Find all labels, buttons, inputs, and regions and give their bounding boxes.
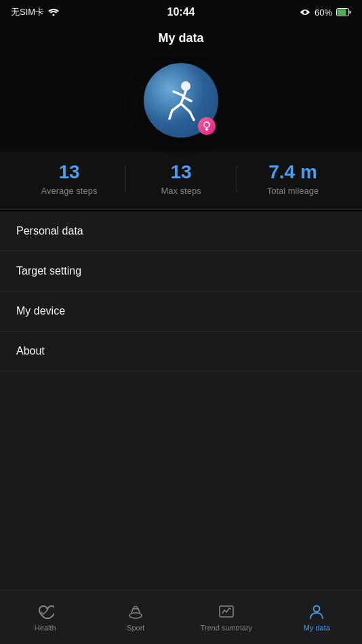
svg-line-10 — [190, 112, 194, 120]
sport-icon — [127, 603, 144, 621]
menu-item-personal-data[interactable]: Personal data — [0, 212, 362, 251]
nav-item-trend-summary[interactable]: Trend summary — [181, 598, 272, 637]
battery-icon — [336, 8, 351, 16]
menu-item-my-device-label: My device — [16, 305, 65, 317]
person-icon — [308, 603, 325, 621]
svg-rect-2 — [338, 9, 346, 16]
menu-item-target-setting-label: Target setting — [16, 265, 81, 277]
nav-label-health: Health — [35, 624, 56, 632]
battery-percent: 60% — [315, 7, 332, 18]
menu-item-personal-data-label: Personal data — [16, 225, 83, 237]
stat-max-steps-label: Max steps — [125, 186, 237, 196]
svg-line-7 — [172, 104, 181, 110]
status-battery-area: 60% — [300, 7, 351, 18]
stat-max-steps-value: 13 — [125, 162, 237, 183]
eye-icon — [300, 8, 310, 16]
main-content: 13 Average steps 13 Max steps 7.4 m Tota… — [0, 56, 362, 622]
nav-item-my-data[interactable]: My data — [272, 598, 363, 637]
nav-label-my-data: My data — [304, 624, 330, 632]
stat-total-mileage-value: 7.4 m — [237, 162, 348, 183]
svg-line-9 — [181, 104, 190, 112]
avatar-gender-badge — [198, 117, 216, 135]
page-title: My data — [158, 31, 203, 45]
svg-point-16 — [314, 605, 320, 611]
stat-total-mileage: 7.4 m Total mileage — [237, 162, 348, 196]
svg-point-0 — [53, 14, 55, 16]
nav-item-sport[interactable]: Sport — [91, 598, 182, 637]
nav-label-sport: Sport — [127, 624, 144, 632]
menu-section: Personal data Target setting My device A… — [0, 212, 362, 371]
svg-line-5 — [174, 92, 183, 96]
svg-line-8 — [169, 110, 172, 119]
stats-section: 13 Average steps 13 Max steps 7.4 m Tota… — [0, 151, 362, 210]
avatar-section — [0, 56, 362, 151]
avatar — [144, 63, 218, 138]
svg-line-6 — [183, 97, 191, 101]
svg-point-14 — [129, 613, 142, 618]
menu-item-about-label: About — [16, 345, 45, 357]
heart-icon — [37, 603, 54, 621]
stat-average-steps: 13 Average steps — [14, 162, 125, 196]
wifi-icon — [48, 8, 59, 16]
stat-max-steps: 13 Max steps — [125, 162, 237, 196]
carrier-text: 无SIM卡 — [11, 6, 44, 18]
nav-label-trend-summary: Trend summary — [200, 624, 252, 632]
status-time: 10:44 — [167, 6, 195, 18]
menu-item-about[interactable]: About — [0, 331, 362, 371]
svg-point-11 — [204, 122, 209, 127]
stat-average-steps-value: 13 — [14, 162, 125, 183]
menu-item-target-setting[interactable]: Target setting — [0, 251, 362, 291]
status-bar: 无SIM卡 10:44 60% — [0, 0, 362, 24]
page-header: My data — [0, 24, 362, 56]
menu-item-my-device[interactable]: My device — [0, 291, 362, 331]
stat-total-mileage-label: Total mileage — [237, 186, 348, 196]
empty-area — [0, 371, 362, 622]
bottom-navigation: Health Sport Trend summary My data — [0, 590, 362, 644]
trend-icon — [218, 603, 235, 621]
nav-item-health[interactable]: Health — [0, 598, 91, 637]
stat-average-steps-label: Average steps — [14, 186, 125, 196]
svg-point-3 — [181, 81, 190, 91]
status-carrier: 无SIM卡 — [11, 6, 59, 18]
runner-icon — [157, 77, 205, 124]
